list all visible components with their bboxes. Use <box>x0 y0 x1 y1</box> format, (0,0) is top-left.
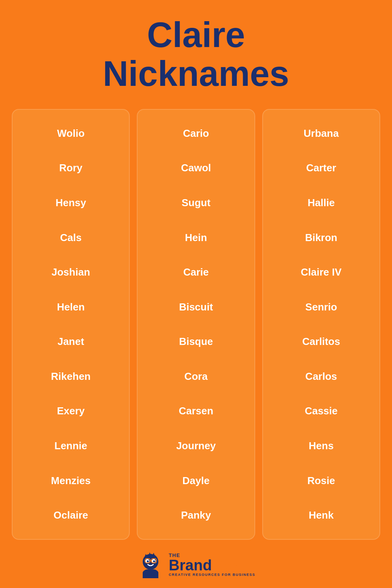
brand-tagline: Creative Resources For Business <box>169 573 256 577</box>
nickname-column-col3: UrbanaCarterHallieBikronClaire IVSenrioC… <box>262 109 380 540</box>
nickname-column-col1: WolioRoryHensyCalsJoshianHelenJanetRikeh… <box>12 109 130 540</box>
nickname-item: Helen <box>16 301 126 313</box>
nickname-item: Rosie <box>266 475 376 487</box>
brand-name-part2: Boy <box>212 557 240 573</box>
nickname-item: Biscuit <box>141 301 251 313</box>
nickname-item: Carlitos <box>266 336 376 348</box>
nickname-item: Exery <box>16 405 126 417</box>
nickname-item: Cassie <box>266 405 376 417</box>
brand-name: BrandBoy <box>169 558 240 573</box>
title-section: Claire Nicknames <box>95 0 297 105</box>
svg-point-4 <box>153 561 155 563</box>
nickname-item: Bikron <box>266 232 376 244</box>
brandboy-logo-icon <box>137 551 164 578</box>
nickname-column-col2: CarioCawolSugutHeinCarieBiscuitBisqueCor… <box>137 109 255 540</box>
nickname-item: Senrio <box>266 301 376 313</box>
nickname-item: Claire IV <box>266 266 376 278</box>
nickname-item: Hein <box>141 232 251 244</box>
nickname-item: Janet <box>16 336 126 348</box>
nickname-item: Sugut <box>141 197 251 209</box>
nickname-item: Hens <box>266 440 376 452</box>
nickname-item: Carie <box>141 266 251 278</box>
nickname-item: Oclaire <box>16 509 126 521</box>
nickname-item: Carsen <box>141 405 251 417</box>
nickname-item: Panky <box>141 509 251 521</box>
footer: The BrandBoy Creative Resources For Busi… <box>137 544 256 588</box>
nickname-item: Hallie <box>266 197 376 209</box>
nickname-item: Menzies <box>16 475 126 487</box>
nickname-item: Dayle <box>141 475 251 487</box>
nickname-item: Hensy <box>16 197 126 209</box>
brand-text: The BrandBoy Creative Resources For Busi… <box>169 553 256 577</box>
brand-name-part1: Brand <box>169 557 212 573</box>
nickname-item: Cario <box>141 127 251 140</box>
nickname-item: Journey <box>141 440 251 452</box>
nickname-item: Cals <box>16 232 126 244</box>
page-title: Claire Nicknames <box>103 16 289 93</box>
nickname-item: Rikehen <box>16 370 126 383</box>
columns-container: WolioRoryHensyCalsJoshianHelenJanetRikeh… <box>0 105 392 544</box>
nickname-item: Carlos <box>266 370 376 383</box>
svg-point-3 <box>147 561 149 563</box>
nickname-item: Cawol <box>141 162 251 174</box>
nickname-item: Urbana <box>266 127 376 140</box>
nickname-item: Bisque <box>141 336 251 348</box>
nickname-item: Joshian <box>16 266 126 278</box>
nickname-item: Wolio <box>16 127 126 140</box>
nickname-item: Cora <box>141 370 251 383</box>
nickname-item: Carter <box>266 162 376 174</box>
nickname-item: Henk <box>266 509 376 521</box>
nickname-item: Rory <box>16 162 126 174</box>
nickname-item: Lennie <box>16 440 126 452</box>
